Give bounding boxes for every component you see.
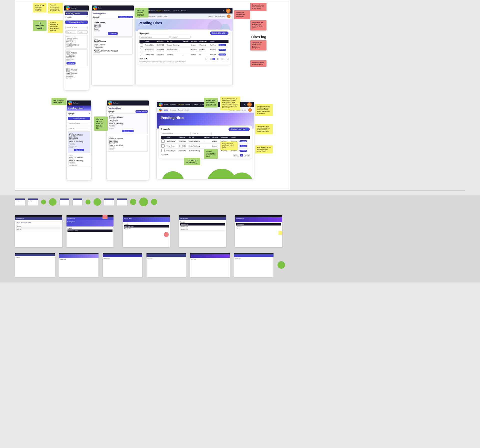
pending-hires-title-1: Pending Hires [65,12,88,15]
email-tab-2[interactable]: Email [185,109,188,111]
user-avatar: LA [226,8,230,13]
search-3[interactable] [68,122,90,125]
filter-large-2[interactable] [192,132,212,135]
continue-b2[interactable]: Continue [240,145,247,147]
row-checkbox-b1[interactable] [161,140,164,143]
company-tab-2[interactable]: Company [170,109,176,111]
table-container: Name Start Date Job Title Manager Locati… [140,40,228,57]
home-link-2[interactable]: Home [164,104,168,105]
my-cases-link[interactable]: My cases [148,10,155,12]
logo-1 [66,6,70,10]
add-icon-1[interactable]: + [86,16,88,18]
continue-btn-3[interactable]: Continue [74,149,84,151]
hires-ing-text: Hires ing [251,35,266,39]
prev-page[interactable]: ‹ [206,58,208,60]
count-icon[interactable]: + [89,112,90,115]
prev-page-2[interactable]: ‹ [233,154,236,156]
sticky-thumb-2 [102,215,108,219]
email-tab[interactable]: Email [164,16,167,17]
screen-header-3: Tasking × [67,100,91,106]
continue-btn-1[interactable]: Continue [66,62,76,64]
main-canvas: Brave to title coloured heading Potentia… [15,0,290,190]
yellow-sticky-thumb-5 [278,231,282,235]
continue-b3[interactable]: Continue [240,150,247,152]
filter-large[interactable] [170,36,190,39]
search-sub[interactable]: Search [208,16,213,17]
row-checkbox-3[interactable] [140,53,143,56]
sticky-background-shapes: background shapes a little distracting? [234,10,250,19]
page-3-2[interactable]: 3 [244,154,246,156]
search-large[interactable] [140,36,170,39]
tiny-thumb-4: Form content [146,252,186,278]
row-checkbox-1[interactable] [140,43,143,46]
search-nav[interactable]: 🔍 [223,10,224,12]
sticky-all-alignment: All: main alignment of theseicons / fiel… [48,20,63,33]
continue-b1[interactable]: Continue [240,140,247,142]
continue-btn-table-3[interactable]: Continue [218,54,226,56]
home-tab-2[interactable]: Home [164,109,168,111]
sticky-pink-right-4: background shapes a little distracting? [250,60,266,67]
screen-top-middle: Tra. × Pending Hires 3 people Onboard Ne… [92,5,134,85]
page-1[interactable]: 1 [209,58,212,60]
screen-bottom-left: Tasking × Pending Hires 3 people + Onboa… [66,100,92,180]
balloon-bottom-right [278,261,285,269]
page-1-2[interactable]: 1 [236,154,239,156]
onboard-btn-4[interactable]: Onboard New Hire [136,110,148,113]
search-input-1[interactable] [65,26,88,29]
page-2[interactable]: 2 [212,58,215,60]
sticky-filter-standout: Like how the filter stand out from the B… [94,116,108,131]
app-name-1: Tasking × [70,7,77,9]
learn-link[interactable]: Learn × [172,10,177,12]
count-row-3: 3 people + [68,112,90,115]
search-large-2[interactable] [161,132,191,135]
filter-row-large-2 [161,132,250,135]
filter-input-1[interactable] [65,30,76,34]
form-content: Pending Hires 3 people Onboard New Hire … [107,106,149,154]
page-last[interactable]: 21 [222,58,225,60]
continue-form-1[interactable]: Continue → [122,130,134,132]
learn-link-2[interactable]: Learn × [193,104,198,105]
tasking-link-2[interactable]: Tasking × [178,104,184,105]
row-checkbox-b2[interactable] [161,144,164,148]
continue-btn-2[interactable]: Continue [108,32,118,35]
logo-4 [68,101,72,105]
red-sticky-thumb [164,232,169,237]
next-page[interactable]: › [226,58,228,60]
onboard-btn-large-2[interactable]: Onboard New Hire 👤 [228,128,250,131]
card-header-2: 3 people Onboard New Hire 👤 [161,128,250,131]
search-2[interactable]: 🔍 [244,104,246,106]
page-3[interactable]: 3 [216,58,219,60]
form-card-2: Name Tremount Watson Start Date 04/01/20… [108,135,148,152]
count-row-1: 3 people + [65,16,88,18]
my-cases-link-2[interactable]: My cases [170,104,176,105]
tasking-link[interactable]: Tasking × [156,10,163,12]
recruit-link[interactable]: Recruit × [164,10,170,12]
recruit-link-2[interactable]: Recruit × [186,104,192,105]
continue-btn-table-2[interactable]: Continue [218,49,226,51]
onboard-btn-large[interactable]: Onboard New Hire [210,32,228,35]
onboard-btn-1[interactable]: Onboard New Hire [65,20,88,24]
filter-3[interactable] [68,127,90,130]
sticky-like-colour: like the colour label flower? [52,98,66,105]
company-tab[interactable]: Company [148,16,155,17]
filter-input-2[interactable] [77,30,88,34]
tiny-thumb-6: Another view [234,252,274,278]
row-checkbox-b3[interactable] [161,149,164,152]
pagination: Show 10 ▼ ‹ 1 2 3 ... 21 › [140,58,228,60]
hr-link[interactable]: P+ Partners [178,10,186,12]
people-tab[interactable]: People [157,16,162,17]
sticky-shadow-depth: +1 shadow / depth [33,20,46,31]
balloon-small-1 [41,200,46,204]
continue-btn-table-1[interactable]: Continue [218,44,226,46]
screen-bottom-middle: Tasking × Pending Hires 3 people Onboard… [106,100,149,180]
people-tab-2[interactable]: People [178,109,183,111]
table-row-2: Tom Johnson 06/01/2016 Branch Office Dir… [140,48,228,52]
onboard-btn-3[interactable]: Onboard New Hire [68,117,90,120]
sticky-brave-colored: Brave to title coloured heading [33,3,46,12]
onboard-btn-2[interactable]: Onboard New Hire [118,16,133,18]
logo-5 [108,101,112,105]
row-checkbox-2[interactable] [140,48,143,51]
page-2-2[interactable]: 2 [240,154,243,156]
tiny-thumb-2: Content area [59,252,99,278]
next-page-2[interactable]: › [247,154,250,156]
